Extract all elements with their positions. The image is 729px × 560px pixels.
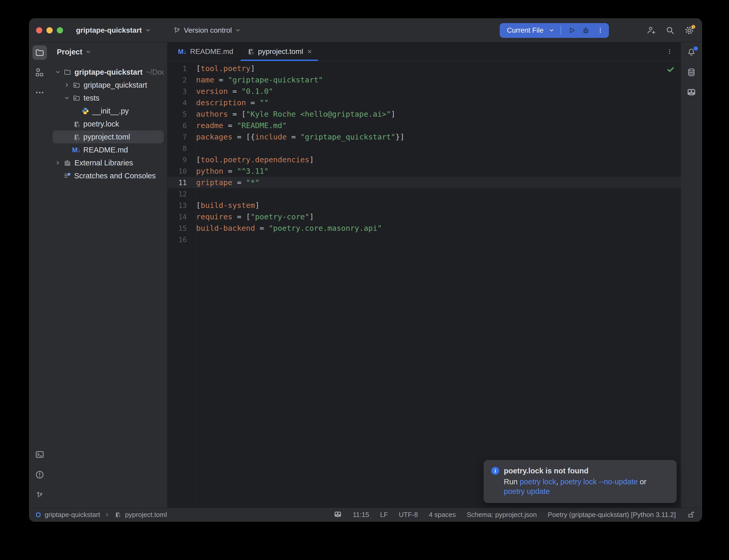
svg-text:[T]: [T] <box>76 137 80 141</box>
tab-options-button[interactable] <box>666 42 681 61</box>
project-toolwindow-button[interactable] <box>32 45 47 60</box>
line-number: 10 <box>168 167 196 175</box>
project-switcher[interactable]: griptape-quickstart <box>76 26 151 34</box>
notification-title: poetry.lock is not found <box>504 466 589 475</box>
svg-text:[T]: [T] <box>250 52 254 55</box>
code-line-5: 5authors = ["Kyle Roche <hello@griptape.… <box>168 108 681 120</box>
line-number: 15 <box>168 224 196 232</box>
notification-badge <box>694 46 698 51</box>
status-schema[interactable]: Schema: pyproject.json <box>467 511 537 519</box>
close-window-button[interactable] <box>36 27 42 33</box>
tree-row-griptape-quickstart[interactable]: griptape-quickstart~/Docume <box>53 66 164 79</box>
svg-text:[T]: [T] <box>117 515 121 518</box>
chevron-down-icon[interactable] <box>53 69 62 75</box>
tree-item-label: griptape-quickstart <box>74 68 143 76</box>
status-clock: 11:15 <box>353 511 369 519</box>
git-branch-icon <box>173 26 181 34</box>
breadcrumb-project[interactable]: griptape-quickstart <box>45 511 100 519</box>
status-line-separator[interactable]: LF <box>380 511 388 519</box>
database-toolwindow-button[interactable] <box>684 66 699 79</box>
debug-button[interactable] <box>581 26 590 35</box>
code-text: name = "griptape-quickstart" <box>196 75 323 84</box>
notification-link-poetry-lock-no-update[interactable]: poetry lock --no-update <box>560 478 638 486</box>
status-python-interpreter[interactable]: Poetry (griptape-quickstart) [Python 3.1… <box>548 511 676 519</box>
package-folder-icon <box>72 94 81 102</box>
chevron-down-icon <box>145 27 151 33</box>
tree-row-tests[interactable]: tests <box>53 92 164 104</box>
project-panel-header[interactable]: Project <box>50 45 167 58</box>
line-number: 1 <box>168 65 196 73</box>
search-everywhere-button[interactable] <box>664 25 676 36</box>
notification-text: , <box>556 478 560 486</box>
run-button[interactable] <box>567 26 576 35</box>
line-number: 12 <box>168 190 196 198</box>
terminal-toolwindow-button[interactable] <box>32 448 47 461</box>
unlock-icon[interactable] <box>687 510 695 519</box>
notification-link-poetry-lock[interactable]: poetry lock <box>520 478 556 486</box>
tree-row-readme-md[interactable]: M↓README.md <box>53 143 164 156</box>
close-tab-icon[interactable]: × <box>307 48 312 55</box>
tree-item-label: External Libraries <box>74 159 133 167</box>
code-line-1: 1[tool.poetry] <box>168 63 681 74</box>
tree-row-external-libraries[interactable]: External Libraries <box>53 156 164 169</box>
copilot-status-icon[interactable] <box>333 510 342 519</box>
tab-label: pyproject.toml <box>258 47 303 56</box>
toml-icon: [T] <box>247 48 254 55</box>
line-number: 8 <box>168 144 196 152</box>
code-line-6: 6readme = "README.md" <box>168 120 681 131</box>
more-run-options-button[interactable] <box>595 26 605 34</box>
folder-icon <box>62 68 72 76</box>
version-control-toolwindow-button[interactable] <box>32 489 47 501</box>
code-text: build-backend = "poetry.core.masonry.api… <box>196 224 382 233</box>
more-toolwindows-button[interactable] <box>32 86 47 99</box>
run-widget[interactable]: Current File <box>500 23 609 38</box>
notification-text: or <box>638 478 647 486</box>
code-text: packages = [{include = "griptape_quickst… <box>196 132 405 141</box>
notifications-button[interactable] <box>684 46 699 58</box>
project-tree: griptape-quickstart~/Documegriptape_quic… <box>50 66 167 182</box>
structure-toolwindow-button[interactable] <box>32 66 47 79</box>
status-encoding[interactable]: UTF-8 <box>399 511 418 519</box>
code-text: [tool.poetry] <box>196 64 255 73</box>
project-chip-icon <box>36 513 40 517</box>
chevron-down-icon <box>85 49 91 55</box>
line-number: 4 <box>168 99 196 107</box>
vcs-widget[interactable]: Version control <box>173 26 241 34</box>
tree-row-init-py[interactable]: __init__.py <box>53 104 164 117</box>
settings-button[interactable] <box>684 25 695 36</box>
line-number: 11 <box>168 179 196 187</box>
minimize-window-button[interactable] <box>46 27 53 33</box>
chevron-down-icon <box>549 27 554 33</box>
python-icon <box>80 107 90 115</box>
code-line-4: 4description = "" <box>168 97 681 108</box>
tree-row-pyproject-toml[interactable]: [T]pyproject.toml <box>53 130 164 143</box>
code-line-2: 2name = "griptape-quickstart" <box>168 74 681 86</box>
tab-pyproject-toml[interactable]: [T]pyproject.toml× <box>240 42 318 61</box>
tree-item-label: README.md <box>83 146 128 154</box>
ai-assistant-toolwindow-button[interactable] <box>684 86 699 99</box>
problems-toolwindow-button[interactable] <box>32 468 47 481</box>
tree-item-label: tests <box>83 94 99 102</box>
tree-item-label: pyproject.toml <box>83 133 130 141</box>
tab-readme-md[interactable]: M↓README.md <box>171 42 240 61</box>
chevron-right-icon <box>104 512 110 517</box>
zoom-window-button[interactable] <box>57 27 63 33</box>
code-lines: 1[tool.poetry]2name = "griptape-quicksta… <box>168 63 681 245</box>
inspections-ok-icon[interactable] <box>666 65 675 74</box>
line-number: 3 <box>168 87 196 95</box>
editor-tab-bar: M↓README.md[T]pyproject.toml× <box>168 42 681 61</box>
code-editor[interactable]: 1[tool.poetry]2name = "griptape-quicksta… <box>168 61 681 508</box>
chevron-right-icon[interactable] <box>62 82 72 88</box>
add-user-button[interactable] <box>645 25 657 36</box>
breadcrumb-file[interactable]: pyproject.toml <box>125 511 167 519</box>
toml-file-icon: [T] <box>114 511 121 518</box>
chevron-down-icon[interactable] <box>62 95 72 101</box>
chevron-right-icon[interactable] <box>53 160 62 166</box>
tree-row-scratches-and-consoles[interactable]: Scratches and Consoles <box>53 169 164 182</box>
notification-link-poetry-update[interactable]: poetry update <box>504 487 550 495</box>
tree-row-poetry-lock[interactable]: [T]poetry.lock <box>53 117 164 130</box>
tree-row-griptape-quickstart[interactable]: griptape_quickstart <box>53 79 164 92</box>
code-line-12: 12 <box>168 188 681 200</box>
line-number: 2 <box>168 76 196 84</box>
status-indent-style[interactable]: 4 spaces <box>429 511 456 519</box>
